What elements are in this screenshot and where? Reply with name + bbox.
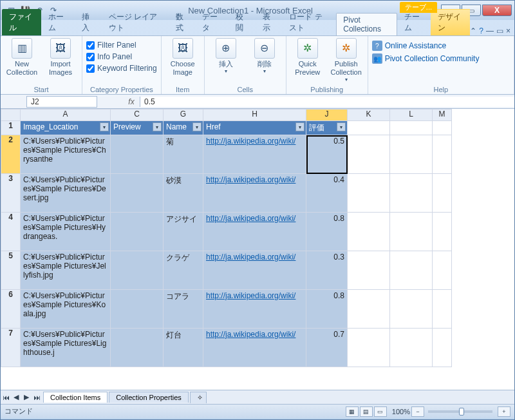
header-href[interactable]: Href▾ [203, 121, 306, 135]
zoom-in-button[interactable]: + [498, 406, 510, 417]
cell-preview[interactable] [111, 290, 164, 329]
sheet-tab-collection-properties[interactable]: Collection Properties [109, 392, 189, 403]
cell-preview[interactable] [111, 174, 164, 213]
col-header-h[interactable]: H [203, 110, 306, 121]
formula-input[interactable]: 0.5 [140, 97, 514, 107]
col-header-g[interactable]: G [164, 110, 203, 121]
sheet-tab-collection-items[interactable]: Collection Items [43, 392, 108, 403]
zoom-out-button[interactable]: − [411, 406, 424, 417]
doc-restore-icon[interactable]: ▭ [496, 26, 503, 35]
cell-name[interactable]: 砂漠 [164, 174, 203, 213]
cell-name[interactable]: 灯台 [164, 329, 203, 367]
cell-preview[interactable] [111, 135, 164, 174]
header-preview[interactable]: Preview▾ [111, 121, 164, 135]
cell-image-location[interactable]: C:¥Users¥Public¥Pictures¥Sample Pictures… [21, 174, 111, 213]
col-header-c[interactable]: C [111, 110, 164, 121]
tab-load-test[interactable]: ロード テスト [282, 9, 336, 35]
sheet-nav-last[interactable]: ⏭ [32, 394, 42, 401]
close-button[interactable]: X [482, 5, 512, 16]
filter-dropdown-icon[interactable]: ▾ [192, 122, 201, 131]
filter-dropdown-icon[interactable]: ▾ [337, 122, 346, 131]
header-name[interactable]: Name▾ [164, 121, 203, 135]
sheet-nav-first[interactable]: ⏮ [1, 394, 11, 401]
worksheet-grid[interactable]: A C G H J K L M 1 Image_Location▾ Previe… [1, 109, 514, 390]
cell-image-location[interactable]: C:¥Users¥Public¥Pictures¥Sample Pictures… [21, 329, 111, 367]
new-collection-button[interactable]: ▥New Collection [5, 38, 39, 77]
col-header-a[interactable]: A [21, 110, 111, 121]
view-normal-button[interactable]: ▦ [346, 406, 359, 417]
community-link[interactable]: 👥Pivot Collection Community [372, 53, 480, 64]
cell-preview[interactable] [111, 251, 164, 290]
tab-data[interactable]: データ [195, 9, 229, 35]
cell-href[interactable]: http://ja.wikipedia.org/wiki/ [203, 329, 306, 367]
col-header-m[interactable]: M [433, 110, 452, 121]
cell-rate[interactable]: 0.8 [306, 213, 348, 251]
col-header-k[interactable]: K [348, 110, 390, 121]
doc-close-icon[interactable]: × [506, 26, 510, 35]
header-image-location[interactable]: Image_Location▾ [21, 121, 111, 135]
tab-design[interactable]: デザイン [431, 9, 470, 35]
cell-image-location[interactable]: C:¥Users¥Public¥Pictures¥Sample Pictures… [21, 251, 111, 290]
info-panel-checkbox[interactable]: Info Panel [86, 52, 157, 61]
row-header-5[interactable]: 5 [1, 251, 21, 290]
cell-rate[interactable]: 0.7 [306, 329, 348, 367]
view-page-layout-button[interactable]: ▤ [360, 406, 373, 417]
cell-preview[interactable] [111, 329, 164, 367]
cell-name[interactable]: 菊 [164, 135, 203, 174]
row-header-3[interactable]: 3 [1, 174, 21, 213]
cell-name[interactable]: コアラ [164, 290, 203, 329]
sheet-tab-new[interactable]: ✧ [190, 392, 207, 403]
tab-insert[interactable]: 挿入 [75, 9, 102, 35]
name-box[interactable]: J2 [26, 96, 97, 108]
tab-view[interactable]: 表示 [256, 9, 283, 35]
cell-href[interactable]: http://ja.wikipedia.org/wiki/ [203, 251, 306, 290]
cell-name[interactable]: アジサイ [164, 213, 203, 251]
cell-rate[interactable]: 0.3 [306, 251, 348, 290]
tab-home[interactable]: ホーム [41, 9, 75, 35]
col-header-l[interactable]: L [390, 110, 433, 121]
doc-minimize-icon[interactable]: — [486, 26, 494, 35]
filter-dropdown-icon[interactable]: ▾ [153, 122, 162, 131]
row-header-6[interactable]: 6 [1, 290, 21, 329]
tab-file[interactable]: ファイル [2, 9, 41, 35]
cell-image-location[interactable]: C:¥Users¥Public¥Pictures¥Sample Pictures… [21, 213, 111, 251]
import-images-button[interactable]: 🖼Import Images [43, 38, 78, 77]
tab-pivot-collections[interactable]: Pivot Collections [336, 13, 397, 35]
cell-href[interactable]: http://ja.wikipedia.org/wiki/ [203, 135, 306, 174]
insert-button[interactable]: ⊕挿入▾ [209, 38, 243, 75]
cell-name[interactable]: クラゲ [164, 251, 203, 290]
col-header-j[interactable]: J [306, 110, 348, 121]
online-assistance-link[interactable]: ?Online Assistance [372, 41, 480, 51]
tab-page-layout[interactable]: ページ レイアウト [102, 9, 169, 35]
fx-icon[interactable]: fx [123, 97, 140, 106]
cell-rate[interactable]: 0.5 [306, 135, 348, 174]
choose-image-button[interactable]: 🖼Choose Image [165, 38, 200, 77]
view-page-break-button[interactable]: ▭ [374, 406, 387, 417]
row-header-7[interactable]: 7 [1, 329, 21, 367]
help-icon[interactable]: ? [479, 26, 483, 35]
cell-href[interactable]: http://ja.wikipedia.org/wiki/ [203, 174, 306, 213]
publish-collection-button[interactable]: ✲Publish Collection▾ [329, 38, 364, 83]
filter-panel-checkbox[interactable]: Filter Panel [86, 41, 157, 50]
filter-dropdown-icon[interactable]: ▾ [295, 122, 304, 131]
select-all-corner[interactable] [1, 110, 21, 121]
row-header-1[interactable]: 1 [1, 121, 21, 135]
zoom-slider[interactable] [428, 410, 492, 413]
keyword-filtering-checkbox[interactable]: Keyword Filtering [86, 64, 157, 73]
cell-rate[interactable]: 0.4 [306, 174, 348, 213]
cell-image-location[interactable]: C:¥Users¥Public¥Pictures¥Sample Pictures… [21, 290, 111, 329]
cell-image-location[interactable]: C:¥Users¥Public¥Pictures¥Sample Pictures… [21, 135, 111, 174]
sheet-nav-prev[interactable]: ◀ [11, 393, 21, 401]
tab-formulas[interactable]: 数式 [169, 9, 196, 35]
tab-team[interactable]: チーム [397, 9, 431, 35]
cell-href[interactable]: http://ja.wikipedia.org/wiki/ [203, 290, 306, 329]
cell-rate[interactable]: 0.8 [306, 290, 348, 329]
filter-dropdown-icon[interactable]: ▾ [100, 122, 109, 131]
tab-review[interactable]: 校閲 [229, 9, 256, 35]
cell-href[interactable]: http://ja.wikipedia.org/wiki/ [203, 213, 306, 251]
zoom-level[interactable]: 100% [392, 408, 410, 415]
ribbon-minimize-icon[interactable]: ⌃ [470, 26, 476, 35]
header-rate[interactable]: 評価▾ [306, 121, 348, 135]
sheet-nav-next[interactable]: ▶ [21, 393, 32, 401]
row-header-4[interactable]: 4 [1, 213, 21, 251]
